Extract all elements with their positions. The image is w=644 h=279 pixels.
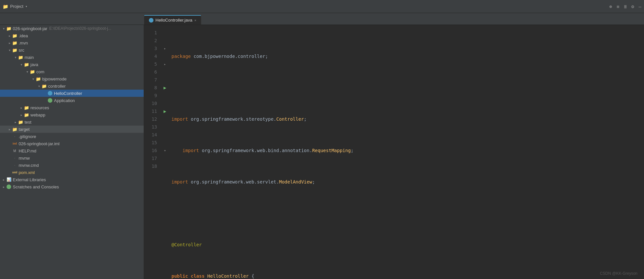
code-line-4: import org.springframework.web.bind.anno… bbox=[171, 147, 644, 154]
label-mvnw: mvnw bbox=[19, 156, 30, 161]
fold-icon-5[interactable]: ▸ bbox=[164, 62, 166, 66]
label-java: java bbox=[30, 62, 38, 67]
gutter: ▸ ▸ ▶ ▶ bbox=[161, 25, 169, 279]
folder-icon-test: 📁 bbox=[18, 119, 24, 125]
xml-icon: xml bbox=[12, 170, 18, 175]
sidebar-item-main[interactable]: ▾ 📁 main bbox=[0, 54, 144, 61]
sidebar-item-test[interactable]: ▸ 📁 test bbox=[0, 118, 144, 126]
label-com: com bbox=[36, 69, 45, 74]
label-help: HELP.md bbox=[19, 148, 36, 153]
minimize-icon[interactable]: — bbox=[639, 4, 641, 9]
label-mvnwcmd: mvnw.cmd bbox=[19, 163, 39, 168]
file-icon-mvnwcmd: · bbox=[12, 163, 18, 168]
label-hellocontroller: HelloController bbox=[54, 91, 82, 96]
toolbar-icons: ⊕ ≡ ≣ ⚙ — bbox=[609, 4, 641, 9]
collapse-icon[interactable]: ≡ bbox=[617, 4, 619, 9]
code-line-2 bbox=[171, 84, 644, 92]
label-application: Application bbox=[54, 98, 75, 103]
line-num-1: 1 bbox=[144, 29, 157, 37]
sidebar-item-application[interactable]: Application bbox=[0, 97, 144, 104]
sidebar-item-pom[interactable]: xml pom.xml bbox=[0, 169, 144, 176]
label-extlib: External Libraries bbox=[13, 177, 46, 182]
line-num-4: 4 bbox=[144, 52, 157, 60]
path-root: E:\IDEA\Projects\026-springboot-j... bbox=[49, 26, 111, 31]
label-target: target bbox=[19, 127, 29, 132]
line-num-17: 17 bbox=[144, 154, 157, 162]
expand-icon[interactable]: ≣ bbox=[624, 4, 627, 9]
sidebar-item-com[interactable]: ▾ 📁 com bbox=[0, 68, 144, 75]
label-resources: resources bbox=[30, 105, 49, 110]
scratch-icon bbox=[6, 184, 12, 189]
tab-java-icon bbox=[149, 18, 153, 23]
line-num-11: 11 bbox=[144, 107, 157, 115]
sidebar-item-webapp[interactable]: ▸ 📁 webapp bbox=[0, 111, 144, 118]
sidebar-item-bjpowernode[interactable]: ▾ 📁 bjpowernode bbox=[0, 75, 144, 82]
code-line-3: import org.springframework.stereotype.Co… bbox=[171, 115, 644, 123]
label-gitignore: .gitignore bbox=[19, 134, 36, 139]
fold-icon-16[interactable]: ▾ bbox=[164, 148, 166, 153]
label-iml: 026-springboot-jar.iml bbox=[19, 141, 60, 146]
sidebar-item-java[interactable]: ▾ 📁 java bbox=[0, 61, 144, 68]
java-file-icon-hellocontroller bbox=[47, 91, 53, 96]
label-root: 026-springboot-jar bbox=[13, 26, 47, 31]
code-content: package com.bjpowernode.controller; impo… bbox=[169, 25, 644, 279]
arrow-com: ▾ bbox=[25, 70, 29, 74]
sidebar-item-resources[interactable]: ▸ 📁 resources bbox=[0, 104, 144, 111]
tab-close-button[interactable]: × bbox=[194, 18, 196, 22]
code-line-5: import org.springframework.web.servlet.M… bbox=[171, 178, 644, 186]
sidebar-item-root[interactable]: ▾ 📁 026-springboot-jar E:\IDEA\Projects\… bbox=[0, 25, 144, 32]
settings-icon[interactable]: ⚙ bbox=[631, 4, 634, 9]
line-num-15: 15 bbox=[144, 139, 157, 147]
code-line-6 bbox=[171, 209, 644, 217]
folder-icon-resources: 📁 bbox=[24, 105, 29, 110]
sidebar-item-target[interactable]: ▸ 📁 target bbox=[0, 126, 144, 133]
project-sidebar: ▾ 📁 026-springboot-jar E:\IDEA\Projects\… bbox=[0, 25, 144, 279]
label-src: src bbox=[19, 48, 24, 53]
sidebar-item-mvnwcmd[interactable]: · mvnw.cmd bbox=[0, 162, 144, 169]
run-icon-11[interactable]: ▶ bbox=[164, 109, 166, 114]
arrow-mvn: ▸ bbox=[7, 41, 12, 45]
code-area: 1 2 3 4 5 6 7 8 9 10 11 12 13 14 15 16 1… bbox=[144, 25, 644, 279]
line-num-2: 2 bbox=[144, 37, 157, 44]
sidebar-item-extlib[interactable]: ▸ 📊 External Libraries bbox=[0, 176, 144, 183]
folder-icon-controller: 📁 bbox=[41, 83, 47, 89]
folder-icon-main: 📁 bbox=[18, 55, 24, 60]
folder-icon-com: 📁 bbox=[29, 69, 35, 74]
label-idea: .idea bbox=[19, 33, 28, 38]
sidebar-item-idea[interactable]: ▸ 📁 .idea bbox=[0, 32, 144, 39]
project-folder-icon: 📁 bbox=[3, 4, 8, 9]
tab-hellocontroller[interactable]: HelloController.java × bbox=[144, 15, 201, 25]
fold-icon-3[interactable]: ▸ bbox=[164, 46, 166, 51]
folder-icon-src: 📁 bbox=[12, 47, 18, 53]
main-area: ▾ 📁 026-springboot-jar E:\IDEA\Projects\… bbox=[0, 25, 644, 279]
line-num-3: 3 bbox=[144, 44, 157, 52]
line-num-8: 8 bbox=[144, 84, 157, 92]
line-num-14: 14 bbox=[144, 131, 157, 139]
line-num-6: 6 bbox=[144, 68, 157, 76]
folder-icon-bjpowernode: 📁 bbox=[35, 76, 41, 81]
line-num-7: 7 bbox=[144, 76, 157, 84]
code-editor[interactable]: 1 2 3 4 5 6 7 8 9 10 11 12 13 14 15 16 1… bbox=[144, 25, 644, 279]
sidebar-item-mvn[interactable]: ▸ 📁 .mvn bbox=[0, 39, 144, 46]
label-scratches: Scratches and Consoles bbox=[13, 184, 59, 189]
refresh-icon[interactable]: ⊕ bbox=[609, 4, 612, 9]
run-icon-8[interactable]: ▶ bbox=[164, 85, 166, 90]
sidebar-item-iml[interactable]: iml 026-springboot-jar.iml bbox=[0, 140, 144, 147]
arrow-root: ▾ bbox=[1, 27, 6, 30]
project-title: Project bbox=[10, 4, 23, 9]
file-icon-gitignore: · bbox=[12, 134, 18, 139]
sidebar-item-mvnw[interactable]: · mvnw bbox=[0, 154, 144, 162]
sidebar-item-gitignore[interactable]: · .gitignore bbox=[0, 133, 144, 140]
sidebar-item-src[interactable]: ▾ 📁 src bbox=[0, 46, 144, 54]
sidebar-item-controller[interactable]: ▾ 📁 controller bbox=[0, 82, 144, 90]
arrow-controller: ▾ bbox=[37, 84, 41, 88]
arrow-bjpowernode: ▾ bbox=[31, 77, 35, 81]
label-mvn: .mvn bbox=[19, 41, 28, 45]
sidebar-item-hellocontroller[interactable]: HelloController bbox=[0, 90, 144, 97]
sidebar-item-scratches[interactable]: ▸ Scratches and Consoles bbox=[0, 183, 144, 190]
sidebar-item-help[interactable]: M HELP.md bbox=[0, 147, 144, 154]
project-dropdown-arrow[interactable]: ▾ bbox=[25, 5, 27, 8]
line-num-10: 10 bbox=[144, 99, 157, 107]
folder-icon-idea: 📁 bbox=[12, 33, 18, 38]
folder-icon-webapp: 📁 bbox=[24, 112, 29, 117]
